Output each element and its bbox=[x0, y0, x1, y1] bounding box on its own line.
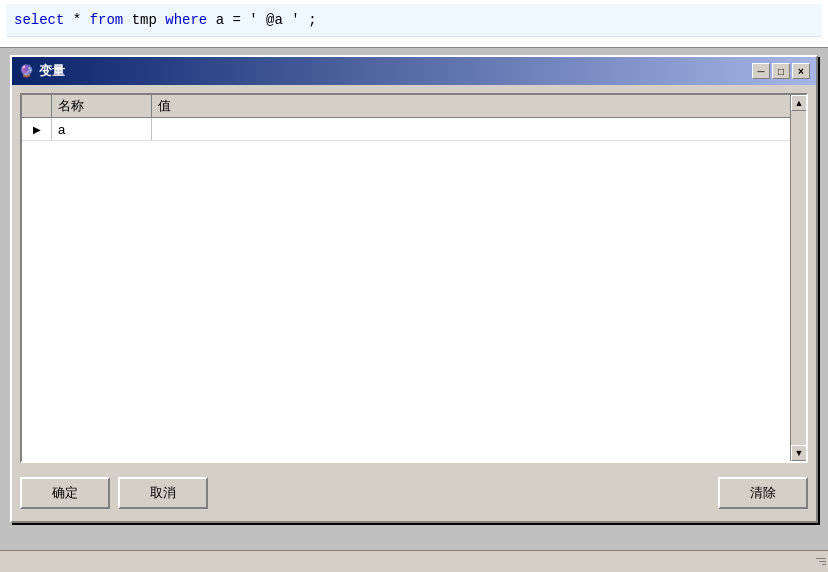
confirm-button[interactable]: 确定 bbox=[20, 477, 110, 509]
kw-from: from bbox=[90, 12, 124, 28]
close-button[interactable]: × bbox=[792, 63, 810, 79]
dialog-title: 变量 bbox=[39, 62, 65, 80]
row-indicator: ▶ bbox=[22, 118, 52, 140]
button-row: 确定 取消 清除 bbox=[20, 473, 808, 513]
variables-dialog: 🔮 变量 ─ □ × 名称 值 ▶ a bbox=[10, 55, 818, 523]
dialog-titlebar: 🔮 变量 ─ □ × bbox=[12, 57, 816, 85]
editor-area[interactable]: select * from tmp where a = ' @a ' ; bbox=[0, 0, 828, 48]
code-condition: a = ' bbox=[216, 12, 258, 28]
dialog-icon: 🔮 bbox=[18, 63, 34, 79]
grip-lines-icon bbox=[814, 558, 826, 565]
maximize-button[interactable]: □ bbox=[772, 63, 790, 79]
clear-button[interactable]: 清除 bbox=[718, 477, 808, 509]
code-star: * bbox=[73, 12, 90, 28]
variable-name: a bbox=[58, 122, 65, 137]
scroll-down-button[interactable]: ▼ bbox=[791, 445, 807, 461]
row-value[interactable] bbox=[152, 118, 806, 140]
col-header-name: 名称 bbox=[52, 95, 152, 117]
cancel-button[interactable]: 取消 bbox=[118, 477, 208, 509]
titlebar-buttons: ─ □ × bbox=[752, 63, 810, 79]
row-arrow-icon: ▶ bbox=[33, 124, 41, 135]
button-group-left: 确定 取消 bbox=[20, 477, 208, 509]
variable-value-input[interactable] bbox=[158, 122, 800, 137]
code-line: select * from tmp where a = ' @a ' ; bbox=[6, 4, 822, 37]
code-param: @a bbox=[266, 12, 283, 28]
resize-grip[interactable] bbox=[814, 558, 826, 570]
col-header-value: 值 bbox=[152, 95, 806, 117]
scrollbar-vertical[interactable]: ▲ ▼ bbox=[790, 95, 806, 461]
row-name: a bbox=[52, 118, 152, 140]
kw-select: select bbox=[14, 12, 64, 28]
status-bar bbox=[0, 550, 828, 572]
table-row: ▶ a bbox=[22, 118, 806, 141]
kw-where: where bbox=[165, 12, 207, 28]
code-text: select * from tmp where a = ' @a ' ; bbox=[14, 12, 317, 28]
scroll-up-button[interactable]: ▲ bbox=[791, 95, 807, 111]
minimize-button[interactable]: ─ bbox=[752, 63, 770, 79]
table-header: 名称 值 bbox=[22, 95, 806, 118]
scroll-track bbox=[791, 111, 806, 445]
variables-table[interactable]: 名称 值 ▶ a ▲ ▼ bbox=[20, 93, 808, 463]
dialog-body: 名称 值 ▶ a ▲ ▼ bbox=[12, 85, 816, 521]
col-header-indicator bbox=[22, 95, 52, 117]
titlebar-left: 🔮 变量 bbox=[18, 62, 65, 80]
code-end: ' ; bbox=[291, 12, 316, 28]
code-table: tmp bbox=[132, 12, 166, 28]
